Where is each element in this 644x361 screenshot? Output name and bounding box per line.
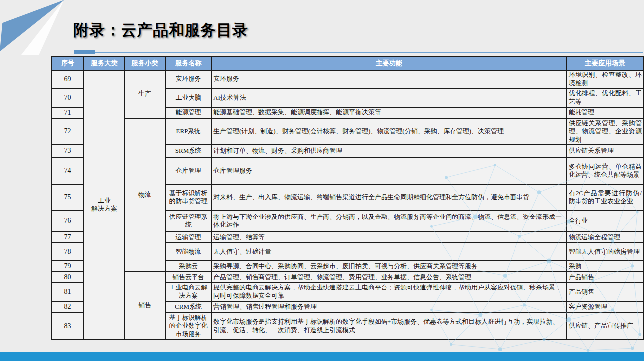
row-number-cell: 76 (52, 210, 84, 232)
functions-cell: 无人值守、过磅计量 (211, 243, 567, 261)
catalog-table-container: 序号 服务大类 服务小类 服务名称 主要功能 主要应用场景 69 工业 解决方案… (51, 56, 644, 340)
row-number-cell: 79 (52, 261, 84, 272)
scenarios-cell: 供应链关系管理、采购管理、物流管理、企业资源规划 (567, 118, 644, 145)
scenarios-cell: 供应链关系管理 (567, 144, 644, 157)
row-number-cell: 71 (52, 107, 84, 118)
functions-cell: 对来料、生产、出入库、物流运输、终端销售渠道进行全产品生命周期精细化管理和全方位… (211, 184, 567, 210)
service-name-cell: 工业电商云解决方案 (165, 283, 211, 301)
category-cell: 工业 解决方案 (84, 70, 125, 340)
row-number-cell: 69 (52, 70, 84, 88)
scenarios-cell: 供应链、产品宣传推广 (567, 313, 644, 340)
header-application-scenarios: 主要应用场景 (567, 56, 644, 70)
subcategory-cell: 生产 (125, 70, 165, 118)
scenarios-cell: 多仓协同运营、单仓精益化运营、统仓共配等场景 (567, 157, 644, 184)
row-number-cell: 80 (52, 272, 84, 283)
service-name-cell: 基于标识解析的防串货管理 (165, 184, 211, 210)
functions-cell: 提供完整的电商云解决方案，帮助企业快速搭建云上电商平台；资源可快速弹性伸缩，帮助… (211, 283, 567, 301)
service-name-cell: 安环服务 (165, 70, 211, 88)
category-label-line1: 工业 (98, 197, 111, 204)
row-number-cell: 73 (52, 144, 84, 157)
functions-cell: 数字化市场服务是指支持利用基于标识解析的数字化手段如码+市场服务、优惠卷等方式和… (211, 313, 567, 340)
page-title: 附录：云产品和服务目录 (73, 20, 248, 41)
scenarios-cell: 优化排程、优化配料、工艺等 (567, 88, 644, 107)
subcategory-cell: 销售 (125, 272, 165, 339)
service-name-cell: 基于标识解析的企业数字化市场服务 (165, 313, 211, 340)
functions-cell: AI技术算法 (211, 88, 567, 107)
service-name-cell: 供应链管理系统 (165, 210, 211, 232)
row-number-cell: 70 (52, 88, 84, 107)
service-name-cell: 能源管理 (165, 107, 211, 118)
row-number-cell: 83 (52, 313, 84, 340)
title-divider-line (74, 52, 643, 53)
header-serial-number: 序号 (52, 56, 84, 70)
bottom-accent-bar (0, 352, 644, 361)
header-service-subcategory: 服务小类 (125, 56, 165, 70)
service-name-cell: 采购云 (165, 261, 211, 272)
catalog-table: 序号 服务大类 服务小类 服务名称 主要功能 主要应用场景 69 工业 解决方案… (51, 56, 644, 340)
corner-decoration (0, 0, 69, 57)
table-row: 80 销售 销售云平台 产品管理、销售商管理、订单管理、物流管理、费用管理、业务… (52, 272, 644, 283)
service-name-cell: 智能物流 (165, 243, 211, 261)
functions-cell: 仓库管理服务 (211, 157, 567, 184)
row-number-cell: 72 (52, 118, 84, 145)
functions-cell: 能源基础管理、数据采集、能源调度指挥、能源平衡决策等 (211, 107, 567, 118)
scenarios-cell: 采购 (567, 261, 644, 272)
functions-cell: 计划和订单、物流、财务、采购和供应商管理 (211, 144, 567, 157)
scenarios-cell: 客户资源管理 (567, 301, 644, 313)
functions-cell: 产品管理、销售商管理、订单管理、物流管理、费用管理、业务单据、信息公告、系统管理 (211, 272, 567, 283)
functions-cell: 将上游与下游企业涉及的供应商、生产商、分销商，以及金融、物流服务商等企业间的商流… (211, 210, 567, 232)
row-number-cell: 75 (52, 184, 84, 210)
header-main-functions: 主要功能 (211, 56, 567, 70)
scenarios-cell: 环境识别、检查整改、环境检测 (567, 70, 644, 88)
category-label-line2: 解决方案 (91, 205, 117, 212)
scenarios-cell: 物流运输全程管理 (567, 232, 644, 243)
scenarios-cell: 有2C产品需要进行防伪/防串货的工业农业企业 (567, 184, 644, 210)
header-service-category: 服务大类 (84, 56, 125, 70)
service-name-cell: 销售云平台 (165, 272, 211, 283)
functions-cell: 运输管理、结算等 (211, 232, 567, 243)
service-name-cell: 仓库管理 (165, 157, 211, 184)
header-service-name: 服务名称 (165, 56, 211, 70)
row-number-cell: 74 (52, 157, 84, 184)
scenarios-cell: 产品销售 (567, 283, 644, 301)
row-number-cell: 81 (52, 283, 84, 301)
table-header-row: 序号 服务大类 服务小类 服务名称 主要功能 主要应用场景 (52, 56, 644, 70)
functions-cell: 营销管理、销售过程管理和服务管理 (211, 301, 567, 313)
service-name-cell: SRM系统 (165, 144, 211, 157)
subcategory-cell: 物流 (125, 118, 165, 272)
table-row: 72 物流 ERP系统 生产管理(计划、制造)、财务管理(会计核算、财务管理)、… (52, 118, 644, 145)
row-number-cell: 78 (52, 243, 84, 261)
scenarios-cell: 全行业 (567, 210, 644, 232)
scenarios-cell: 产品销售 (567, 272, 644, 283)
row-number-cell: 77 (52, 232, 84, 243)
scenarios-cell: 能耗管理 (567, 107, 644, 118)
table-row: 69 工业 解决方案 生产 安环服务 安环服务 环境识别、检查整改、环境检测 (52, 70, 644, 88)
scenarios-cell: 智能无人值守的磅房管理 (567, 243, 644, 261)
functions-cell: 安环服务 (211, 70, 567, 88)
service-name-cell: 运输管理 (165, 232, 211, 243)
functions-cell: 生产管理(计划、制造)、财务管理(会计核算、财务管理)、物流管理(分销、采购、库… (211, 118, 567, 145)
service-name-cell: 工业大脑 (165, 88, 211, 107)
service-name-cell: ERP系统 (165, 118, 211, 145)
service-name-cell: CRM系统 (165, 301, 211, 313)
row-number-cell: 82 (52, 301, 84, 313)
functions-cell: 采购寻源、合同中心、采购协同、云采超市、废旧拍卖、可视与分析、供应商关系管理等服… (211, 261, 567, 272)
title-divider-accent (74, 50, 95, 54)
